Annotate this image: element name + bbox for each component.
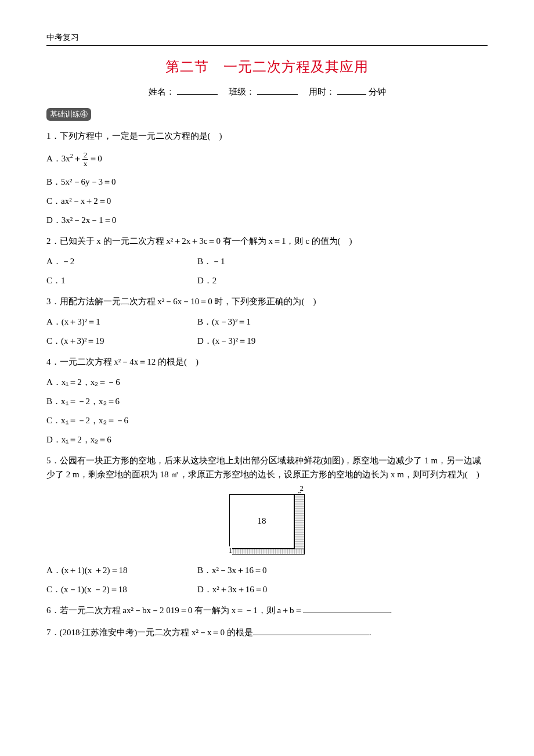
fig-inner: 18 [229, 494, 294, 549]
q6-stem-pre: 6．若一元二次方程 ax²－bx－2 019＝0 有一解为 x＝－1，则 a＋b… [46, 606, 303, 615]
q4-optA: A．x₁＝2，x₂＝－6 [46, 377, 488, 388]
q5-stem: 5．公园有一块正方形的空地，后来从这块空地上划出部分区域栽种鲜花(如图)，原空地… [46, 453, 488, 481]
q1-optA-post: ＝0 [89, 154, 102, 163]
name-label: 姓名： [149, 87, 175, 96]
page-title: 第二节 一元二次方程及其应用 [46, 57, 488, 76]
fig-shaded-right [294, 494, 305, 555]
q7-blank[interactable] [253, 635, 369, 635]
time-blank[interactable] [337, 94, 366, 95]
q3-optA: A．(x＋3)²＝1 [46, 316, 197, 327]
q5-optB: B．x²－3x＋16＝0 [197, 565, 488, 576]
q2-optD: D．2 [197, 275, 488, 286]
q5-optD: D．x²＋3x＋16＝0 [197, 584, 488, 595]
q2-stem: 2．已知关于 x 的一元二次方程 x²＋2x＋3c＝0 有一个解为 x＝1，则 … [46, 234, 488, 248]
header-tag: 中考复习 [46, 33, 488, 46]
q7-stem-post: . [369, 628, 371, 637]
name-blank[interactable] [177, 94, 218, 95]
fig-center-label: 18 [258, 516, 266, 526]
time-unit: 分钟 [369, 87, 386, 96]
q7-stem-pre: 7．(2018·江苏淮安中考)一元二次方程 x²－x＝0 的根是 [46, 628, 253, 637]
q1-stem: 1．下列方程中，一定是一元二次方程的是( ) [46, 129, 488, 143]
fig-label-left: 1 [229, 546, 232, 555]
q6-stem: 6．若一元二次方程 ax²－bx－2 019＝0 有一解为 x＝－1，则 a＋b… [46, 603, 488, 617]
q5-optA: A．(x＋1)(x ＋2)＝18 [46, 565, 197, 576]
info-row: 姓名： 班级： 用时：分钟 [46, 87, 488, 98]
q4-optB: B．x₁＝－2，x₂＝6 [46, 396, 488, 407]
q3-optB: B．(x－3)²＝1 [197, 316, 488, 327]
q1-optA-mid: ＋ [73, 154, 82, 163]
class-blank[interactable] [257, 94, 298, 95]
q2-optB: B．－1 [197, 256, 488, 267]
q3-optC: C．(x＋3)²＝19 [46, 336, 197, 347]
time-label: 用时： [309, 87, 335, 96]
q6-stem-post: . [390, 606, 392, 615]
q4-optD: D．x₁＝2，x₂＝6 [46, 434, 488, 445]
q1-optB: B．5x²－6y－3＝0 [46, 177, 488, 188]
q2-optC: C．1 [46, 275, 197, 286]
q1-optD: D．3x²－2x－1＝0 [46, 215, 488, 226]
class-label: 班级： [229, 87, 255, 96]
q5-optC: C．(x－1)(x －2)＝18 [46, 584, 197, 595]
q3-optD: D．(x－3)²＝19 [197, 336, 488, 347]
fraction-icon: 2x [82, 151, 89, 168]
q3-stem: 3．用配方法解一元二次方程 x²－6x－10＝0 时，下列变形正确的为( ) [46, 294, 488, 308]
q6-blank[interactable] [303, 613, 390, 613]
q2-optA: A．－2 [46, 256, 197, 267]
q4-stem: 4．一元二次方程 x²－4x＝12 的根是( ) [46, 355, 488, 369]
q4-optC: C．x₁＝－2，x₂＝－6 [46, 415, 488, 426]
q1-optC: C．ax²－x＋2＝0 [46, 196, 488, 207]
q7-stem: 7．(2018·江苏淮安中考)一元二次方程 x²－x＝0 的根是. [46, 625, 488, 639]
q5-figure: 2 ↔ 18 1 [229, 489, 305, 555]
section-badge: 基础训练④ [46, 108, 91, 121]
fig-shaded-bottom [229, 549, 305, 555]
q1-optA: A．3x2＋2x＝0 [46, 151, 488, 168]
q1-optA-pre: A．3x [46, 154, 70, 163]
